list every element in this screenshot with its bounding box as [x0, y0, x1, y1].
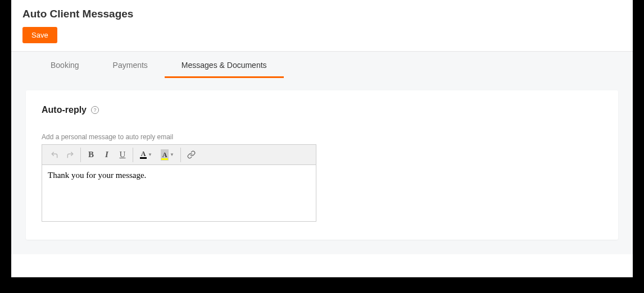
editor-content[interactable]: Thank you for your message. [42, 165, 316, 221]
undo-button[interactable] [47, 148, 62, 162]
tab-messages-documents[interactable]: Messages & Documents [165, 52, 284, 78]
text-color-button[interactable]: A ▼ [135, 148, 157, 162]
section-title-row: Auto-reply ? [42, 105, 602, 115]
italic-button[interactable]: I [99, 148, 115, 162]
help-icon[interactable]: ? [91, 106, 99, 114]
tab-payments[interactable]: Payments [96, 52, 165, 78]
underline-icon: U [120, 150, 126, 159]
tab-label: Booking [51, 61, 79, 70]
page-background: Auto Client Messages Save Booking Paymen… [0, 0, 644, 293]
chevron-down-icon: ▼ [170, 152, 174, 157]
text-color-icon: A [140, 150, 147, 159]
tab-label: Payments [113, 61, 148, 70]
redo-icon [66, 151, 74, 159]
page-container: Auto Client Messages Save Booking Paymen… [11, 0, 633, 277]
chevron-down-icon: ▼ [148, 152, 152, 157]
redo-button[interactable] [62, 148, 78, 162]
tab-label: Messages & Documents [182, 61, 267, 70]
save-button[interactable]: Save [22, 27, 57, 43]
bold-icon: B [88, 150, 94, 159]
page-header: Auto Client Messages Save [11, 0, 633, 51]
editor-toolbar: B I U A [42, 145, 316, 165]
undo-icon [51, 151, 58, 159]
page-title: Auto Client Messages [22, 8, 622, 20]
bold-button[interactable]: B [83, 148, 99, 162]
tab-booking[interactable]: Booking [34, 52, 96, 78]
auto-reply-card: Auto-reply ? Add a personal message to a… [26, 90, 618, 240]
bg-color-icon: A [161, 149, 169, 161]
toolbar-group-format: B I U [81, 148, 133, 162]
section-title: Auto-reply [42, 105, 87, 115]
editor-field-label: Add a personal message to auto reply ema… [42, 133, 602, 141]
italic-icon: I [105, 150, 108, 159]
content-area: Auto-reply ? Add a personal message to a… [11, 78, 633, 254]
bg-color-button[interactable]: A ▼ [157, 148, 178, 162]
underline-button[interactable]: U [115, 148, 130, 162]
toolbar-group-color: A ▼ A [133, 148, 181, 162]
toolbar-group-link [181, 148, 201, 162]
tabs-bar: Booking Payments Messages & Documents [11, 51, 633, 78]
link-icon [187, 150, 196, 159]
rich-text-editor: B I U A [42, 144, 316, 222]
toolbar-group-history [44, 148, 81, 162]
link-button[interactable] [183, 148, 199, 162]
